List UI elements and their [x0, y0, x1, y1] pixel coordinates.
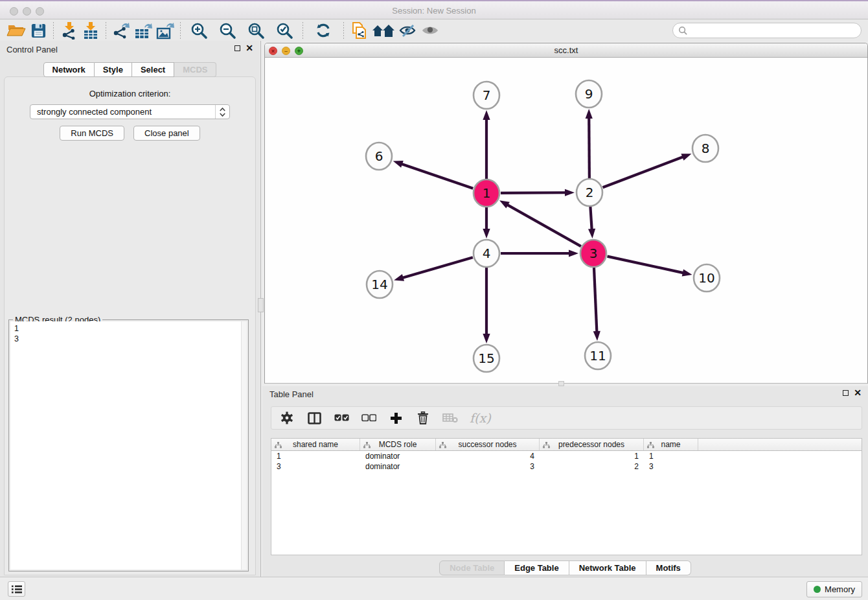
zoom-out-button[interactable] — [216, 21, 238, 40]
criterion-select[interactable]: strongly connected component — [30, 104, 230, 119]
zoom-in-button[interactable] — [188, 21, 210, 40]
table-cell[interactable]: 1 — [271, 451, 360, 461]
graph-edge-3-11[interactable] — [594, 268, 597, 332]
table-row[interactable]: 1dominator411 — [271, 451, 862, 461]
table-cell[interactable]: 3 — [271, 461, 360, 472]
table-cell[interactable]: 4 — [436, 451, 540, 461]
table-function-builder-button[interactable]: f(x) — [470, 411, 491, 425]
tab-node-table[interactable]: Node Table — [439, 560, 505, 575]
float-table-panel-icon[interactable] — [843, 390, 849, 396]
graph-node-label-8: 8 — [702, 141, 710, 156]
close-panel-icon[interactable]: ✕ — [246, 45, 253, 52]
control-panel-tabs: NetworkStyleSelectMCDS — [0, 62, 260, 77]
tab-style[interactable]: Style — [95, 62, 132, 77]
graph-arrowhead — [681, 154, 691, 161]
close-table-panel-icon[interactable]: ✕ — [854, 389, 862, 397]
table-cell[interactable]: 3 — [436, 461, 540, 472]
import-network-button[interactable] — [58, 21, 80, 40]
graph-edge-2-8[interactable] — [603, 157, 684, 187]
plus-icon — [390, 412, 402, 424]
tab-select[interactable]: Select — [132, 62, 174, 77]
memory-label: Memory — [825, 584, 855, 594]
export-table-button[interactable] — [132, 21, 154, 40]
import-table-button[interactable] — [80, 21, 102, 40]
network-view-window: × – + scc.txt 7968124314101511 — [264, 43, 868, 384]
table-cell[interactable]: dominator — [360, 451, 436, 461]
table-row[interactable]: 3dominator323 — [271, 461, 862, 472]
show-details-button[interactable] — [419, 21, 441, 40]
mcds-result-values: 1 3 — [10, 321, 247, 346]
table-cell[interactable]: 1 — [540, 451, 644, 461]
table-panel: Table Panel ✕ — [262, 386, 868, 577]
close-panel-button[interactable]: Close panel — [133, 126, 200, 141]
column-header-shared-name[interactable]: shared name — [271, 439, 360, 450]
table-tabs: Node TableEdge TableNetwork TableMotifs — [262, 560, 868, 575]
duplicate-network-icon — [350, 21, 368, 40]
run-mcds-button[interactable]: Run MCDS — [60, 126, 124, 141]
table-cell[interactable]: dominator — [360, 461, 436, 472]
zoom-fit-icon — [247, 22, 265, 40]
graph-edge-2-3[interactable] — [590, 207, 591, 230]
horizontal-splitter-handle[interactable] — [558, 381, 564, 386]
import-network-icon — [60, 21, 78, 40]
column-header-predecessor-nodes[interactable]: predecessor nodes — [540, 439, 644, 450]
graph-node-label-10: 10 — [698, 270, 714, 286]
tab-mcds[interactable]: MCDS — [174, 62, 216, 77]
column-header-label: name — [661, 440, 680, 449]
column-header-name[interactable]: name — [644, 439, 698, 450]
mcds-result-scrollbar[interactable] — [241, 321, 247, 570]
app-title: Session: New Session — [0, 1, 868, 21]
zoom-selected-button[interactable] — [273, 21, 295, 40]
zoom-in-icon — [190, 22, 208, 40]
save-session-button[interactable] — [27, 21, 49, 40]
mcds-result-textarea[interactable]: 1 3 — [10, 321, 247, 570]
graph-edge-2-9[interactable] — [589, 117, 589, 178]
table-delete-table-button[interactable] — [442, 413, 458, 423]
export-network-button[interactable] — [110, 21, 132, 40]
export-image-button[interactable] — [154, 21, 176, 40]
graph-edge-4-14[interactable] — [402, 257, 473, 278]
open-session-button[interactable] — [5, 21, 27, 40]
memory-button[interactable]: Memory — [806, 581, 862, 597]
main-toolbar — [0, 19, 868, 41]
table-cell[interactable]: 3 — [644, 461, 698, 472]
float-panel-icon[interactable] — [234, 45, 240, 51]
table-delete-column-button[interactable] — [415, 411, 431, 424]
table-cell[interactable]: 1 — [644, 451, 698, 461]
network-canvas[interactable]: 7968124314101511 — [265, 58, 867, 383]
table-cell[interactable]: 2 — [540, 461, 644, 472]
graph-arrowhead — [586, 109, 593, 119]
refresh-button[interactable] — [312, 21, 334, 40]
duplicate-network-button[interactable] — [348, 21, 370, 40]
task-history-button[interactable] — [8, 581, 25, 597]
graph-node-label-4: 4 — [483, 246, 491, 261]
hide-details-button[interactable] — [397, 21, 419, 40]
search-input[interactable] — [688, 24, 861, 37]
node-table[interactable]: shared nameMCDS rolesuccessor nodesprede… — [271, 438, 862, 555]
control-panel: Control Panel ✕ NetworkStyleSelectMCDS O… — [0, 41, 260, 577]
zoom-fit-button[interactable] — [245, 21, 267, 40]
select-stepper-icon — [215, 105, 229, 119]
table-add-column-button[interactable] — [388, 412, 404, 424]
table-columns-button[interactable] — [306, 412, 322, 424]
graph-edge-1-2[interactable] — [501, 192, 566, 193]
table-select-all-button[interactable] — [334, 414, 349, 422]
tab-network[interactable]: Network — [43, 62, 95, 77]
search-box[interactable] — [672, 23, 862, 38]
tab-motifs[interactable]: Motifs — [646, 560, 691, 575]
graph-node-label-9: 9 — [585, 86, 593, 102]
optimization-criterion-label: Optimization criterion: — [5, 89, 255, 98]
column-header-MCDS-role[interactable]: MCDS role — [360, 439, 436, 450]
tab-network-table[interactable]: Network Table — [569, 560, 646, 575]
table-settings-button[interactable] — [279, 411, 295, 424]
tab-edge-table[interactable]: Edge Table — [505, 560, 569, 575]
graph-edge-3-1[interactable] — [507, 205, 580, 247]
cytoscape-window: Session: New Session — [0, 0, 868, 600]
graph-edge-1-6[interactable] — [401, 164, 473, 189]
table-deselect-all-button[interactable] — [361, 414, 376, 422]
home-button[interactable] — [370, 21, 397, 40]
vertical-splitter-handle[interactable] — [258, 298, 264, 312]
graph-edge-3-10[interactable] — [607, 257, 683, 273]
column-header-successor-nodes[interactable]: successor nodes — [436, 439, 540, 450]
column-header-filler — [698, 439, 862, 450]
